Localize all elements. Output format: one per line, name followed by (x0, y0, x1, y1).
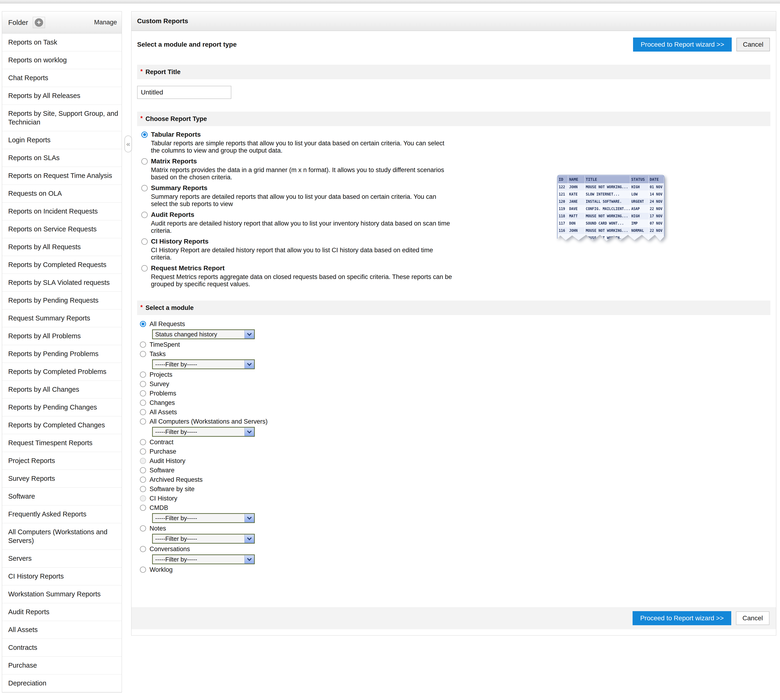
radio-problems[interactable] (140, 390, 146, 397)
radio-projects[interactable] (140, 372, 146, 378)
sidebar-item-purchase[interactable]: Purchase (2, 657, 121, 675)
filter-select-all-computers-workstations-and-servers[interactable]: -----Filter by----- (152, 427, 255, 437)
filter-select-tasks[interactable]: -----Filter by----- (152, 359, 255, 369)
sidebar-item-reports-by-completed-changes[interactable]: Reports by Completed Changes (2, 416, 121, 434)
sidebar-item-reports-by-site-support-group-and-technician[interactable]: Reports by Site, Support Group, and Tech… (2, 105, 121, 131)
module-label[interactable]: Conversations (150, 545, 190, 553)
radio-request-metrics-report[interactable] (141, 265, 148, 272)
module-label[interactable]: Notes (150, 525, 166, 532)
radio-archived-requests[interactable] (140, 477, 146, 483)
sidebar-collapse-handle[interactable]: « (125, 135, 132, 152)
proceed-to-report-wizard-button-bottom[interactable]: Proceed to Report wizard >> (633, 611, 731, 625)
sidebar-item-software[interactable]: Software (2, 488, 121, 505)
module-label[interactable]: CMDB (150, 504, 168, 512)
filter-select-cmdb[interactable]: -----Filter by----- (152, 513, 255, 523)
radio-software-by-site[interactable] (140, 486, 146, 492)
radio-conversations[interactable] (140, 546, 146, 552)
sidebar-item-reports-by-pending-requests[interactable]: Reports by Pending Requests (2, 292, 121, 310)
radio-all-requests[interactable] (140, 321, 146, 327)
radio-timespent[interactable] (140, 342, 146, 348)
module-label[interactable]: CI History (150, 495, 178, 502)
sidebar-item-reports-by-pending-problems[interactable]: Reports by Pending Problems (2, 345, 121, 363)
sidebar-item-project-reports[interactable]: Project Reports (2, 452, 121, 470)
radio-matrix-reports[interactable] (141, 158, 148, 165)
sidebar-item-reports-on-worklog[interactable]: Reports on worklog (2, 51, 121, 69)
report-type-label[interactable]: Request Metrics Report (151, 265, 225, 272)
sidebar-item-all-assets[interactable]: All Assets (2, 621, 121, 639)
radio-ci-history-reports[interactable] (141, 238, 148, 245)
proceed-to-report-wizard-button-top[interactable]: Proceed to Report wizard >> (633, 38, 732, 52)
sidebar-item-reports-by-all-problems[interactable]: Reports by All Problems (2, 327, 121, 345)
module-label[interactable]: Software (150, 467, 175, 474)
radio-cmdb[interactable] (140, 505, 146, 511)
sidebar-item-workstation-summary-reports[interactable]: Workstation Summary Reports (2, 585, 121, 603)
module-label[interactable]: Tasks (150, 350, 166, 358)
module-label[interactable]: Audit History (150, 457, 185, 465)
report-type-label[interactable]: Audit Reports (151, 211, 194, 218)
filter-select-conversations[interactable]: -----Filter by----- (152, 554, 255, 564)
module-label[interactable]: TimeSpent (150, 341, 180, 348)
sidebar-item-reports-on-slas[interactable]: Reports on SLAs (2, 149, 121, 167)
sidebar-item-all-computers-workstations-and-servers[interactable]: All Computers (Workstations and Servers) (2, 523, 121, 550)
module-label[interactable]: All Assets (150, 408, 177, 416)
module-label[interactable]: Worklog (150, 566, 173, 573)
sidebar-item-request-timespent-reports[interactable]: Request Timespent Reports (2, 434, 121, 452)
manage-link[interactable]: Manage (94, 19, 117, 26)
module-label[interactable]: Contract (150, 438, 173, 446)
radio-worklog[interactable] (140, 567, 146, 573)
filter-select-all-requests[interactable]: Status changed history (152, 329, 255, 339)
filter-select-notes[interactable]: -----Filter by----- (152, 534, 255, 543)
sidebar-item-contracts[interactable]: Contracts (2, 639, 121, 657)
cancel-button-bottom[interactable]: Cancel (736, 612, 770, 625)
report-type-label[interactable]: CI History Reports (151, 238, 209, 245)
radio-survey[interactable] (140, 381, 146, 387)
sidebar-item-depreciation[interactable]: Depreciation (2, 675, 121, 692)
module-label[interactable]: Archived Requests (150, 476, 203, 483)
sidebar-item-reports-on-incident-requests[interactable]: Reports on Incident Requests (2, 203, 121, 220)
sidebar-item-reports-by-pending-changes[interactable]: Reports by Pending Changes (2, 398, 121, 416)
report-type-label[interactable]: Summary Reports (151, 184, 208, 192)
radio-all-assets[interactable] (140, 409, 146, 415)
sidebar-item-reports-by-completed-requests[interactable]: Reports by Completed Requests (2, 256, 121, 274)
sidebar-item-chat-reports[interactable]: Chat Reports (2, 69, 121, 87)
radio-contract[interactable] (140, 439, 146, 445)
module-label[interactable]: Projects (150, 371, 173, 378)
module-label[interactable]: Software by site (150, 485, 195, 493)
radio-changes[interactable] (140, 400, 146, 406)
radio-tasks[interactable] (140, 351, 146, 357)
sidebar-item-servers[interactable]: Servers (2, 550, 121, 568)
radio-notes[interactable] (140, 525, 146, 532)
radio-purchase[interactable] (140, 448, 146, 455)
sidebar-item-login-reports[interactable]: Login Reports (2, 131, 121, 149)
module-label[interactable]: All Computers (Workstations and Servers) (150, 418, 268, 425)
sidebar-item-reports-by-completed-problems[interactable]: Reports by Completed Problems (2, 363, 121, 381)
module-label[interactable]: Purchase (150, 448, 176, 455)
report-title-input[interactable] (137, 86, 231, 99)
radio-summary-reports[interactable] (141, 185, 148, 191)
module-label[interactable]: All Requests (150, 320, 185, 328)
report-type-label[interactable]: Matrix Reports (151, 158, 197, 165)
module-label[interactable]: Changes (150, 399, 175, 407)
sidebar-item-reports-on-service-requests[interactable]: Reports on Service Requests (2, 220, 121, 238)
sidebar-item-frequently-asked-reports[interactable]: Frequently Asked Reports (2, 505, 121, 523)
sidebar-item-requests-on-ola[interactable]: Requests on OLA (2, 185, 121, 203)
sidebar-item-audit-reports[interactable]: Audit Reports (2, 603, 121, 621)
report-type-label[interactable]: Tabular Reports (151, 131, 201, 138)
radio-audit-reports[interactable] (141, 212, 148, 218)
sidebar-item-ci-history-reports[interactable]: CI History Reports (2, 568, 121, 585)
sidebar-item-reports-by-all-requests[interactable]: Reports by All Requests (2, 238, 121, 256)
radio-software[interactable] (140, 467, 146, 473)
module-label[interactable]: Problems (150, 390, 176, 397)
sidebar-item-reports-on-request-time-analysis[interactable]: Reports on Request Time Analysis (2, 167, 121, 185)
sidebar-item-request-summary-reports[interactable]: Request Summary Reports (2, 310, 121, 327)
sidebar-item-survey-reports[interactable]: Survey Reports (2, 470, 121, 488)
cancel-button-top[interactable]: Cancel (737, 38, 770, 51)
radio-all-computers-workstations-and-servers[interactable] (140, 418, 146, 425)
radio-tabular-reports[interactable] (141, 132, 148, 138)
add-folder-button[interactable]: + (33, 17, 45, 28)
module-label[interactable]: Survey (150, 380, 169, 388)
sidebar-item-reports-by-all-changes[interactable]: Reports by All Changes (2, 381, 121, 398)
sidebar-item-reports-by-all-releases[interactable]: Reports by All Releases (2, 87, 121, 105)
sidebar-item-reports-on-task[interactable]: Reports on Task (2, 33, 121, 51)
sidebar-item-reports-by-sla-violated-requests[interactable]: Reports by SLA Violated requests (2, 274, 121, 292)
